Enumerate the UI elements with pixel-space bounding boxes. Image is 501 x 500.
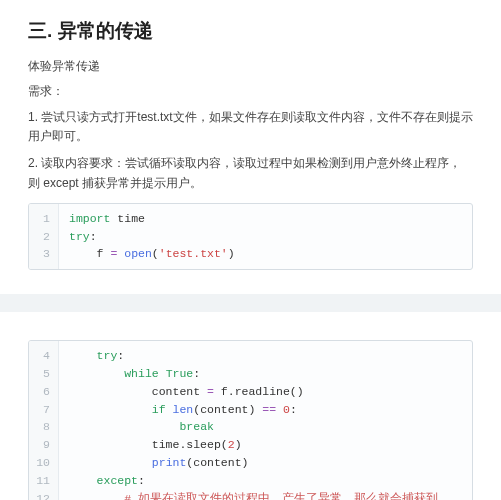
line-number: 9 bbox=[29, 436, 59, 454]
code-source: try: bbox=[59, 228, 472, 246]
line-number: 6 bbox=[29, 383, 59, 401]
code-line: 9 time.sleep(2) bbox=[29, 436, 472, 454]
line-number: 5 bbox=[29, 365, 59, 383]
code-source: if len(content) == 0: bbox=[59, 401, 472, 419]
intro-line-1: 体验异常传递 bbox=[28, 58, 473, 75]
code-line: 4 try: bbox=[29, 341, 472, 365]
line-number: 7 bbox=[29, 401, 59, 419]
code-line: 12 # 如果在读取文件的过程中，产生了异常，那么就会捕获到 bbox=[29, 490, 472, 500]
code-source: try: bbox=[59, 341, 472, 365]
code-source: f = open('test.txt') bbox=[59, 245, 472, 269]
code-block-1: 1import time2try:3 f = open('test.txt') bbox=[28, 203, 473, 270]
code-source: print(content) bbox=[59, 454, 472, 472]
code-line: 7 if len(content) == 0: bbox=[29, 401, 472, 419]
line-number: 3 bbox=[29, 245, 59, 269]
code-source: # 如果在读取文件的过程中，产生了异常，那么就会捕获到 bbox=[59, 490, 472, 500]
line-number: 2 bbox=[29, 228, 59, 246]
article-section: 三. 异常的传递 体验异常传递 需求： 1. 尝试只读方式打开test.txt文… bbox=[0, 0, 501, 294]
code-line: 1import time bbox=[29, 204, 472, 228]
section-heading: 三. 异常的传递 bbox=[28, 18, 473, 44]
line-number: 12 bbox=[29, 490, 59, 500]
line-number: 4 bbox=[29, 341, 59, 365]
requirement-1: 1. 尝试只读方式打开test.txt文件，如果文件存在则读取文件内容，文件不存… bbox=[28, 108, 473, 146]
line-number: 1 bbox=[29, 204, 59, 228]
code-line: 3 f = open('test.txt') bbox=[29, 245, 472, 269]
line-number: 10 bbox=[29, 454, 59, 472]
code-line: 10 print(content) bbox=[29, 454, 472, 472]
intro-line-2: 需求： bbox=[28, 83, 473, 100]
code-line: 2try: bbox=[29, 228, 472, 246]
page-break bbox=[0, 294, 501, 312]
code-line: 8 break bbox=[29, 418, 472, 436]
line-number: 11 bbox=[29, 472, 59, 490]
article-section-cont: 4 try:5 while True:6 content = f.readlin… bbox=[0, 312, 501, 500]
code-source: break bbox=[59, 418, 472, 436]
code-source: import time bbox=[59, 204, 472, 228]
code-line: 6 content = f.readline() bbox=[29, 383, 472, 401]
code-line: 5 while True: bbox=[29, 365, 472, 383]
code-source: except: bbox=[59, 472, 472, 490]
code-line: 11 except: bbox=[29, 472, 472, 490]
code-block-2: 4 try:5 while True:6 content = f.readlin… bbox=[28, 340, 473, 500]
code-source: content = f.readline() bbox=[59, 383, 472, 401]
line-number: 8 bbox=[29, 418, 59, 436]
requirement-2: 2. 读取内容要求：尝试循环读取内容，读取过程中如果检测到用户意外终止程序，则 … bbox=[28, 154, 473, 192]
code-source: while True: bbox=[59, 365, 472, 383]
code-source: time.sleep(2) bbox=[59, 436, 472, 454]
